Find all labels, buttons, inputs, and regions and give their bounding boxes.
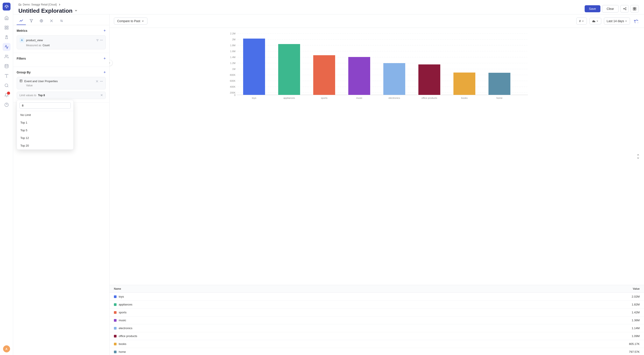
- left-collapse-button[interactable]: [110, 60, 112, 66]
- bar-chart-svg: 2.2M 2M 1.8M 1.6M 1.4M 1.2M 1M 800K 600K…: [114, 31, 640, 102]
- bar-books[interactable]: [454, 73, 475, 95]
- date-range-select[interactable]: Last 14 days: [604, 18, 630, 25]
- left-panel: Metrics + A product_view Measured as: [13, 15, 110, 355]
- svg-text:800K: 800K: [230, 74, 236, 76]
- save-button[interactable]: Save: [585, 5, 600, 12]
- row-name: sports: [119, 311, 613, 314]
- title-chevron[interactable]: [74, 9, 78, 13]
- dropdown-option-no-limit[interactable]: No Limit: [17, 111, 74, 119]
- metrics-title: Metrics: [17, 29, 28, 33]
- svg-text:books: books: [461, 97, 468, 99]
- groupby-row: Event and User Properties: [20, 79, 103, 83]
- sidebar-analytics[interactable]: [3, 43, 10, 51]
- header: Demo: Swaggr Retail [Cloud] Untitled Exp…: [13, 0, 644, 15]
- chart-container: 2.2M 2M 1.8M 1.6M 1.4M 1.2M 1M 800K 600K…: [114, 31, 640, 106]
- tab-settings[interactable]: [57, 17, 66, 25]
- settings-icon: [60, 19, 64, 23]
- formula-icon: [50, 19, 54, 23]
- bar-electronics[interactable]: [383, 63, 405, 95]
- share-icon: [623, 7, 626, 11]
- svg-point-15: [626, 9, 626, 10]
- table-header: Name Value: [110, 285, 644, 293]
- limit-container: Limit values to Top 8 No Limit Top 1: [17, 92, 106, 99]
- bar-sports[interactable]: [313, 55, 335, 95]
- table-row: electronics 1.14M: [110, 324, 644, 332]
- table-row: toys 2.02M: [110, 293, 644, 301]
- row-value: 1.42M: [613, 311, 640, 314]
- tab-trend[interactable]: [17, 17, 26, 25]
- dropdown-option-top20[interactable]: Top 20: [17, 142, 74, 149]
- filters-title: Filters: [17, 57, 26, 60]
- filter-metric-icon[interactable]: [96, 39, 99, 42]
- tab-breakdown[interactable]: [37, 17, 46, 25]
- more-metric-icon[interactable]: [100, 39, 103, 42]
- dropdown-option-top12[interactable]: Top 12: [17, 134, 74, 142]
- dropdown-option-top1[interactable]: Top 1: [17, 119, 74, 126]
- groupby-section: Group By + Event and User Properties: [13, 67, 109, 103]
- chart-type-select[interactable]: [590, 18, 601, 24]
- svg-text:music: music: [356, 97, 362, 99]
- tab-formula[interactable]: [47, 17, 56, 25]
- sidebar-dashboard[interactable]: [3, 24, 10, 32]
- date-range-label: Last 14 days: [607, 19, 624, 23]
- tab-filter[interactable]: [27, 17, 36, 25]
- add-groupby-button[interactable]: +: [104, 70, 106, 74]
- sidebar-home[interactable]: [3, 14, 10, 22]
- row-name: music: [119, 319, 613, 322]
- limit-row[interactable]: Limit values to Top 8: [17, 92, 106, 99]
- breadcrumb-text: Demo: Swaggr Retail [Cloud]: [23, 3, 57, 6]
- clear-button[interactable]: Clear: [602, 5, 618, 13]
- share-button[interactable]: [620, 5, 629, 13]
- svg-text:toys: toys: [252, 97, 256, 99]
- add-filter-button[interactable]: +: [104, 57, 106, 61]
- row-color-dot: [114, 335, 116, 337]
- close-groupby-icon[interactable]: [96, 80, 98, 83]
- main-content: Demo: Swaggr Retail [Cloud] Untitled Exp…: [13, 0, 644, 355]
- compare-button[interactable]: Compare to Past: [114, 18, 148, 25]
- dropdown-search-input[interactable]: [20, 102, 71, 109]
- row-value: 797.57K: [613, 350, 640, 353]
- row-value: 1.82M: [613, 303, 640, 306]
- table-row: office products 1.09M: [110, 332, 644, 340]
- compare-label: Compare to Past: [117, 19, 140, 23]
- svg-text:2M: 2M: [232, 38, 236, 41]
- grid-button[interactable]: [630, 5, 639, 13]
- sidebar-database[interactable]: [3, 62, 10, 70]
- sidebar-search[interactable]: [3, 82, 10, 89]
- row-value: 1.36M: [613, 319, 640, 322]
- collapse-button[interactable]: [636, 153, 640, 160]
- bar-home[interactable]: [488, 73, 510, 95]
- svg-rect-48: [592, 21, 593, 22]
- dropdown-option-top5[interactable]: Top 5: [17, 126, 74, 134]
- hash-select[interactable]: #: [576, 18, 587, 25]
- groupby-actions: [96, 80, 103, 83]
- bar-music[interactable]: [348, 57, 370, 95]
- groupby-header: Group By +: [17, 70, 106, 74]
- chart-area: 2.2M 2M 1.8M 1.6M 1.4M 1.2M 1M 800K 600K…: [110, 28, 644, 285]
- groupby-title: Group By: [17, 71, 31, 74]
- compare-chevron-icon: [142, 20, 144, 22]
- limit-close-icon[interactable]: [100, 94, 103, 97]
- svg-text:600K: 600K: [230, 80, 236, 82]
- bar-toys[interactable]: [243, 39, 265, 95]
- row-name: appliances: [119, 303, 613, 306]
- svg-marker-22: [30, 20, 33, 22]
- sidebar-users[interactable]: [3, 53, 10, 61]
- sidebar-flask[interactable]: [3, 33, 10, 41]
- sidebar-font[interactable]: [3, 72, 10, 80]
- add-metric-button[interactable]: +: [104, 29, 106, 33]
- limit-dropdown: No Limit Top 1 Top 5 Top 12 Top 20: [17, 100, 74, 150]
- grid-icon: [633, 7, 636, 11]
- more-groupby-icon[interactable]: [100, 80, 103, 83]
- svg-point-45: [102, 81, 103, 82]
- sidebar-help[interactable]: [3, 101, 10, 109]
- refresh-button[interactable]: [632, 18, 640, 25]
- bar-office-products[interactable]: [418, 65, 440, 95]
- app-logo[interactable]: [3, 3, 10, 11]
- groupby-value: Value: [20, 84, 103, 87]
- sidebar-bell[interactable]: [3, 91, 10, 99]
- row-value: 805.17K: [613, 342, 640, 345]
- row-value: 2.02M: [613, 295, 640, 298]
- user-avatar[interactable]: A: [3, 345, 10, 352]
- bar-appliances[interactable]: [278, 44, 300, 95]
